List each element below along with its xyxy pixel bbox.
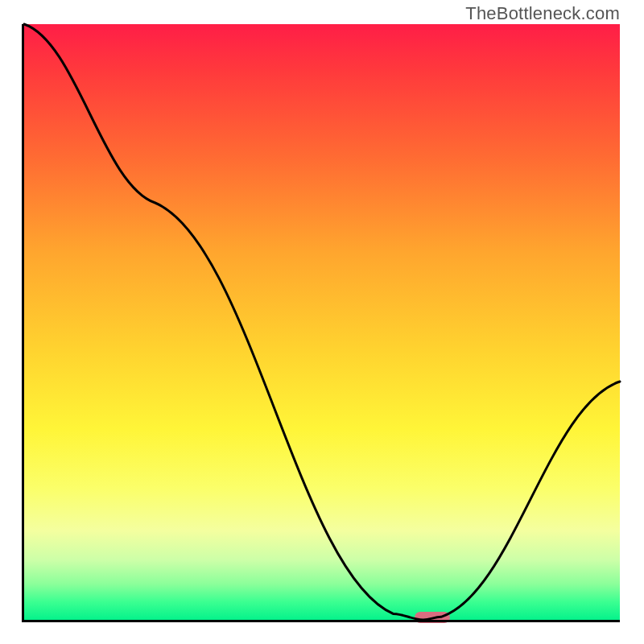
axis-left: [22, 24, 24, 622]
bottleneck-curve: [24, 24, 620, 620]
chart-svg: [0, 0, 644, 644]
axis-bottom: [22, 620, 620, 622]
chart-container: TheBottleneck.com: [0, 0, 644, 644]
